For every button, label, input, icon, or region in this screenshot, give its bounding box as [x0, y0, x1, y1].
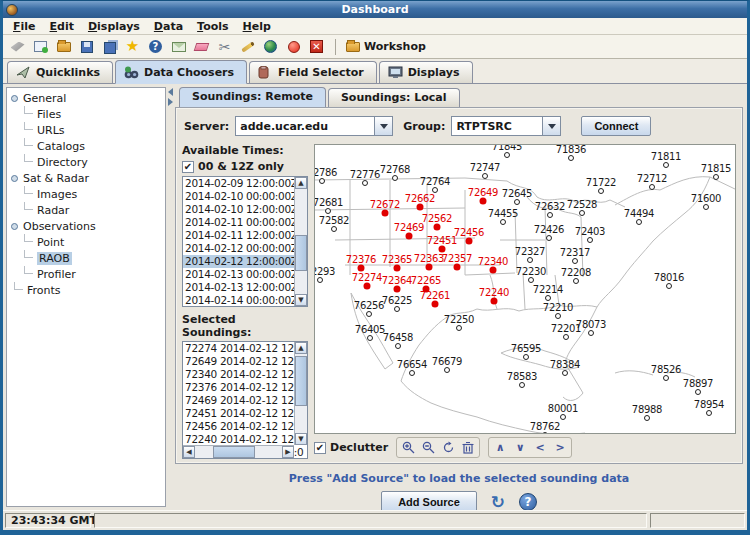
- station-dot-71600[interactable]: [703, 204, 709, 210]
- sounding-list-item[interactable]: 72649 2014-02-12 12:0: [183, 355, 307, 368]
- station-dot-71722[interactable]: [598, 188, 604, 194]
- station-label-72364[interactable]: 72364: [382, 276, 412, 286]
- soundings-hscrollbar[interactable]: ◀ ▶: [183, 445, 294, 458]
- station-label-78954[interactable]: 78954: [694, 400, 724, 410]
- station-label-78016[interactable]: 78016: [654, 273, 684, 283]
- menu-data[interactable]: Data: [148, 19, 191, 34]
- station-dot-71845[interactable]: [504, 152, 510, 158]
- station-label-71815[interactable]: 71815: [701, 164, 731, 174]
- station-dot-78897[interactable]: [695, 389, 701, 395]
- station-dot-72261[interactable]: [432, 301, 439, 308]
- station-label-72649[interactable]: 72649: [468, 188, 498, 198]
- mail-send-icon[interactable]: [170, 38, 187, 55]
- scrollbar-thumb[interactable]: [295, 356, 307, 406]
- station-dot-72365[interactable]: [394, 265, 401, 272]
- favorites-star-icon[interactable]: ★: [124, 38, 141, 55]
- station-dot-72363[interactable]: [426, 264, 433, 271]
- soundings-list[interactable]: 72274 2014-02-12 12:072649 2014-02-12 12…: [182, 341, 308, 459]
- tree-group-fronts[interactable]: Fronts: [11, 282, 165, 298]
- station-dot-71815[interactable]: [713, 174, 719, 180]
- tree-item-catalogs[interactable]: Catalogs: [11, 138, 165, 154]
- station-dot-72712[interactable]: [649, 184, 655, 190]
- rotate-icon[interactable]: [438, 439, 458, 456]
- server-dropdown-button[interactable]: [374, 117, 392, 135]
- station-dot-72364[interactable]: [394, 286, 401, 293]
- tab-displays[interactable]: Displays: [379, 61, 473, 83]
- server-combobox[interactable]: adde.ucar.edu: [235, 116, 393, 136]
- station-label-72210[interactable]: 72210: [543, 303, 573, 313]
- station-dot-72317[interactable]: [572, 258, 578, 264]
- menu-displays[interactable]: Displays: [82, 19, 148, 34]
- arrow-down-icon[interactable]: ∨: [510, 439, 530, 456]
- arrow-up-icon[interactable]: ∧: [490, 439, 510, 456]
- station-dot-76256[interactable]: [366, 311, 372, 317]
- sounding-list-item[interactable]: 72451 2014-02-12 12:0: [183, 407, 307, 420]
- tree-group-general[interactable]: General: [11, 90, 165, 106]
- station-dot-72357[interactable]: [454, 264, 461, 271]
- tree-group-sat-radar[interactable]: Sat & Radar: [11, 170, 165, 186]
- station-label-78526[interactable]: 78526: [651, 365, 681, 375]
- scroll-up-icon[interactable]: ▲: [295, 342, 307, 354]
- tree-expand-handle[interactable]: [11, 175, 18, 182]
- pencil-icon[interactable]: [239, 38, 256, 55]
- menu-edit[interactable]: Edit: [44, 19, 82, 34]
- station-label-72340[interactable]: 72340: [478, 257, 508, 267]
- sounding-list-item[interactable]: 72340 2014-02-12 12:0: [183, 368, 307, 381]
- station-dot-72456[interactable]: [466, 238, 473, 245]
- zoom-in-icon[interactable]: [398, 439, 418, 456]
- globe-icon[interactable]: [262, 38, 279, 55]
- scroll-up-icon[interactable]: ▲: [295, 177, 307, 189]
- title-bar[interactable]: Dashboard: [3, 1, 747, 18]
- time-list-item[interactable]: 2014-02-11 12:00:00Z: [183, 229, 307, 242]
- station-dot-74494[interactable]: [636, 219, 642, 225]
- station-map[interactable]: 7278672776727687276471845727477183671811…: [314, 144, 736, 434]
- record-icon[interactable]: [285, 38, 302, 55]
- station-dot-76405[interactable]: [367, 335, 373, 341]
- collapse-right-icon[interactable]: [168, 98, 173, 106]
- sounding-list-item[interactable]: 72376 2014-02-12 12:0: [183, 381, 307, 394]
- station-label-76405[interactable]: 76405: [355, 325, 385, 335]
- tree-expand-handle[interactable]: [11, 95, 18, 102]
- station-label-72672[interactable]: 72672: [370, 200, 400, 210]
- soundings-vscrollbar[interactable]: ▲ ▼: [294, 342, 307, 445]
- tree-expand-handle[interactable]: [11, 223, 18, 230]
- station-dot-72240[interactable]: [491, 298, 498, 305]
- tab-quicklinks[interactable]: Quicklinks: [7, 61, 113, 83]
- station-dot-78762[interactable]: [542, 432, 548, 434]
- tree-item-images[interactable]: Images: [11, 186, 165, 202]
- save-icon[interactable]: [78, 38, 95, 55]
- time-list-item[interactable]: 2014-02-12 12:00:00Z: [183, 255, 307, 268]
- tree-item-radar[interactable]: Radar: [11, 202, 165, 218]
- station-dot-72582[interactable]: [331, 226, 337, 232]
- station-label-72456[interactable]: 72456: [454, 228, 484, 238]
- station-label-71722[interactable]: 71722: [586, 178, 616, 188]
- station-dot-72681[interactable]: [325, 208, 331, 214]
- station-label-76225[interactable]: 76225: [382, 296, 412, 306]
- station-label-72265[interactable]: 72265: [411, 276, 441, 286]
- station-dot-76458[interactable]: [395, 343, 401, 349]
- time-list-item[interactable]: 2014-02-13 00:00:00Z: [183, 268, 307, 281]
- station-dot-72469[interactable]: [406, 233, 413, 240]
- scroll-down-icon[interactable]: ▼: [295, 433, 307, 445]
- eraser-icon[interactable]: [193, 38, 210, 55]
- station-label-76595[interactable]: 76595: [511, 344, 541, 354]
- add-source-button[interactable]: Add Source: [381, 491, 477, 510]
- tree-group-observations[interactable]: Observations: [11, 218, 165, 234]
- station-dot-72403[interactable]: [587, 237, 593, 243]
- tab-field-selector[interactable]: Field Selector: [249, 61, 377, 83]
- station-dot-72786[interactable]: [319, 178, 325, 184]
- tree-item-profiler[interactable]: Profiler: [11, 266, 165, 282]
- station-label-72230[interactable]: 72230: [516, 267, 546, 277]
- copy-icon[interactable]: [101, 38, 118, 55]
- station-dot-78384[interactable]: [562, 370, 568, 376]
- time-list-item[interactable]: 2014-02-13 12:00:00Z: [183, 281, 307, 294]
- station-dot-72776[interactable]: [362, 180, 368, 186]
- station-label-72426[interactable]: 72426: [534, 225, 564, 235]
- station-label-72363[interactable]: 72363: [414, 254, 444, 264]
- station-label-72365[interactable]: 72365: [382, 255, 412, 265]
- station-dot-72201[interactable]: [563, 334, 569, 340]
- subtab-soundings-local[interactable]: Soundings: Local: [328, 88, 460, 107]
- station-label-78384[interactable]: 78384: [550, 360, 580, 370]
- station-dot-71836[interactable]: [568, 155, 574, 161]
- tree-item-directory[interactable]: Directory: [11, 154, 165, 170]
